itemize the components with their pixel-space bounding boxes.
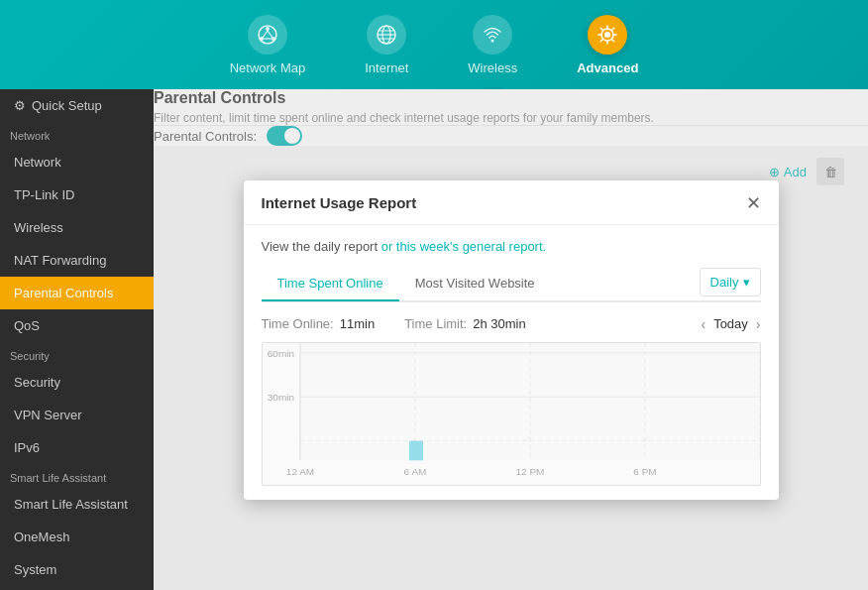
time-online-stat: Time Online: 11min	[262, 316, 376, 331]
nav-wireless-label: Wireless	[468, 60, 517, 75]
nav-advanced[interactable]: Advanced	[577, 15, 638, 75]
nav-network-map[interactable]: Network Map	[230, 15, 306, 75]
sidebar-item-quick-setup[interactable]: ⚙ Quick Setup	[0, 89, 154, 122]
top-navigation: Network Map Internet Wireless	[0, 0, 868, 89]
sidebar-label-tplink-id: TP-Link ID	[14, 187, 74, 202]
svg-text:6 PM: 6 PM	[633, 466, 656, 477]
svg-point-12	[491, 39, 494, 42]
modal-description: View the daily report or this week's gen…	[262, 239, 761, 254]
sidebar-label-ipv6: IPv6	[14, 440, 40, 455]
modal-backdrop: Internet Usage Report ✕ View the daily r…	[154, 89, 868, 590]
time-limit-stat: Time Limit: 2h 30min	[404, 316, 526, 331]
sidebar-section-smart-life-label: Smart Life Assistant	[10, 472, 106, 484]
sidebar-label-wireless: Wireless	[14, 220, 63, 235]
period-dropdown-label: Daily	[710, 275, 739, 290]
advanced-icon	[588, 15, 627, 55]
internet-icon	[367, 15, 406, 55]
sidebar-item-network[interactable]: Network	[0, 146, 154, 178]
sidebar-item-parental-controls[interactable]: Parental Controls	[0, 277, 154, 309]
internet-usage-report-modal: Internet Usage Report ✕ View the daily r…	[244, 180, 779, 500]
nav-internet[interactable]: Internet	[365, 15, 408, 75]
usage-chart: 60min 30min 12 AM 6 AM 12 PM 6 PM	[262, 342, 761, 486]
tab-time-spent[interactable]: Time Spent Online	[262, 268, 399, 301]
sidebar-item-vpn-server[interactable]: VPN Server	[0, 399, 154, 431]
sidebar: ⚙ Quick Setup Network Network TP-Link ID…	[0, 89, 154, 590]
chart-svg: 60min 30min 12 AM 6 AM 12 PM 6 PM	[263, 343, 760, 485]
tab-time-spent-label: Time Spent Online	[277, 276, 383, 291]
gear-icon: ⚙	[14, 98, 26, 113]
sidebar-label-smart-life: Smart Life Assistant	[14, 497, 128, 512]
content-area: Parental Controls Filter content, limit …	[154, 89, 868, 590]
svg-point-13	[604, 32, 610, 38]
network-map-icon	[248, 15, 287, 55]
sidebar-label-parental-controls: Parental Controls	[14, 286, 113, 300]
tab-most-visited-label: Most Visited Website	[415, 276, 535, 291]
sidebar-item-security[interactable]: Security	[0, 366, 154, 399]
main-layout: ⚙ Quick Setup Network Network TP-Link ID…	[0, 89, 868, 590]
nav-network-map-label: Network Map	[230, 60, 306, 75]
chart-navigation: ‹ Today ›	[701, 316, 760, 332]
sidebar-item-qos[interactable]: QoS	[0, 309, 154, 342]
sidebar-label-network: Network	[14, 155, 61, 170]
prev-button[interactable]: ‹	[701, 316, 705, 332]
sidebar-item-smart-life[interactable]: Smart Life Assistant	[0, 488, 154, 521]
sidebar-label-quick-setup: Quick Setup	[32, 98, 102, 113]
chevron-down-icon: ▾	[743, 275, 750, 290]
svg-text:30min: 30min	[267, 392, 293, 403]
time-online-label: Time Online:	[262, 316, 334, 331]
nav-wireless[interactable]: Wireless	[468, 15, 517, 75]
sidebar-section-network-label: Network	[10, 130, 50, 142]
svg-text:12 PM: 12 PM	[515, 466, 544, 477]
svg-text:60min: 60min	[267, 347, 293, 358]
time-online-value: 11min	[340, 316, 375, 331]
sidebar-section-smart-life: Smart Life Assistant	[0, 464, 154, 488]
modal-header: Internet Usage Report ✕	[244, 180, 779, 225]
sidebar-label-system: System	[14, 562, 56, 577]
nav-internet-label: Internet	[365, 60, 408, 75]
modal-desc-link[interactable]: or this week's general report.	[381, 239, 547, 254]
sidebar-item-nat-forwarding[interactable]: NAT Forwarding	[0, 244, 154, 277]
today-label: Today	[713, 316, 748, 331]
sidebar-label-nat-forwarding: NAT Forwarding	[14, 253, 106, 268]
modal-close-button[interactable]: ✕	[746, 194, 761, 212]
sidebar-section-security: Security	[0, 342, 154, 366]
sidebar-item-ipv6[interactable]: IPv6	[0, 431, 154, 464]
period-dropdown[interactable]: Daily ▾	[700, 268, 761, 296]
modal-body: View the daily report or this week's gen…	[244, 225, 779, 500]
wireless-icon	[473, 15, 512, 55]
modal-tab-group: Time Spent Online Most Visited Website	[262, 268, 551, 299]
sidebar-item-wireless[interactable]: Wireless	[0, 211, 154, 244]
sidebar-item-onemesh[interactable]: OneMesh	[0, 521, 154, 553]
sidebar-label-vpn-server: VPN Server	[14, 408, 82, 422]
stats-row: Time Online: 11min Time Limit: 2h 30min …	[262, 316, 761, 332]
time-limit-value: 2h 30min	[473, 316, 525, 331]
modal-desc-text: View the daily report	[262, 239, 379, 254]
sidebar-section-network: Network	[0, 122, 154, 146]
sidebar-label-qos: QoS	[14, 318, 40, 333]
svg-text:12 AM: 12 AM	[285, 466, 313, 477]
modal-tabs: Time Spent Online Most Visited Website D…	[262, 268, 761, 302]
next-button[interactable]: ›	[756, 316, 761, 332]
svg-text:6 AM: 6 AM	[403, 466, 426, 477]
nav-advanced-label: Advanced	[577, 60, 638, 75]
svg-rect-24	[409, 440, 423, 460]
sidebar-item-system[interactable]: System	[0, 553, 154, 586]
svg-line-5	[268, 31, 272, 38]
time-limit-label: Time Limit:	[404, 316, 467, 331]
tab-most-visited[interactable]: Most Visited Website	[399, 268, 551, 301]
svg-line-4	[263, 31, 268, 38]
sidebar-section-security-label: Security	[10, 350, 50, 362]
modal-title: Internet Usage Report	[262, 194, 417, 211]
sidebar-label-security: Security	[14, 375, 60, 390]
svg-point-1	[266, 27, 270, 31]
sidebar-label-onemesh: OneMesh	[14, 530, 69, 544]
sidebar-item-tplink-id[interactable]: TP-Link ID	[0, 178, 154, 211]
